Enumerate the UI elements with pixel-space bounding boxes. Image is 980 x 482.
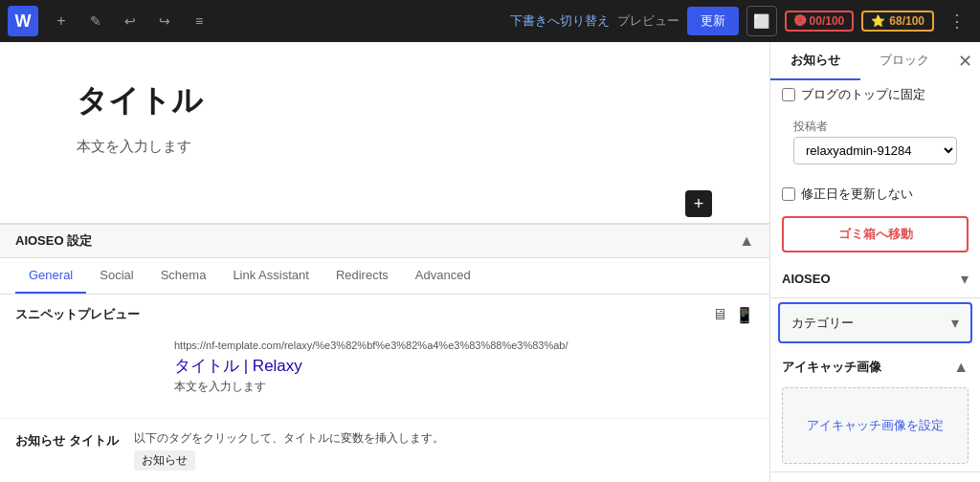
main-layout: タイトル 本文を入力します + AIOSEO 設定 ▲ General Soci… bbox=[0, 42, 980, 482]
trash-button[interactable]: ゴミ箱へ移動 bbox=[782, 216, 969, 252]
undo-button[interactable]: ↩ bbox=[115, 6, 145, 36]
featured-image-toggle[interactable]: ▲ bbox=[953, 359, 969, 376]
tab-advanced[interactable]: Advanced bbox=[402, 258, 484, 294]
tab-general[interactable]: General bbox=[15, 258, 86, 294]
title-tag-chip[interactable]: お知らせ bbox=[134, 450, 195, 471]
category-accordion-row[interactable]: カテゴリー ▾ bbox=[778, 302, 972, 343]
pin-to-top-row: ブログのトップに固定 bbox=[770, 80, 980, 109]
editor-wrapper: タイトル 本文を入力します + AIOSEO 設定 ▲ General Soci… bbox=[0, 42, 769, 482]
tab-redirects[interactable]: Redirects bbox=[323, 258, 402, 294]
snippet-description: 本文を入力します bbox=[174, 379, 739, 395]
readability-score-value: 68/100 bbox=[889, 14, 924, 28]
device-icons: 🖥 📱 bbox=[159, 306, 754, 324]
excerpt-accordion-row[interactable]: 抜粋 ▾ bbox=[770, 472, 980, 482]
no-update-label: 修正日を更新しない bbox=[801, 186, 913, 203]
snippet-preview-label: スニペットプレビュー bbox=[15, 306, 140, 323]
post-title-instruction: 以下のタグをクリックして、タイトルに変数を挿入します。 bbox=[134, 430, 754, 447]
featured-image-header: アイキャッチ画像 ▲ bbox=[782, 355, 969, 380]
options-menu-button[interactable]: ⋮ bbox=[942, 6, 972, 36]
post-title-label: お知らせ タイトル bbox=[15, 430, 119, 449]
category-label: カテゴリー bbox=[791, 315, 854, 332]
layout-toggle-button[interactable]: ⬜ bbox=[746, 6, 777, 36]
seo-score-badge[interactable]: 🅡 00/100 bbox=[785, 11, 855, 32]
featured-image-section: アイキャッチ画像 ▲ アイキャッチ画像を設定 bbox=[770, 347, 980, 472]
tab-link-assistant[interactable]: Link Assistant bbox=[219, 258, 323, 294]
sidebar-right: お知らせ ブロック ✕ ブログのトップに固定 投稿者 relaxyadmin-9… bbox=[769, 42, 980, 482]
sidebar-aioseo-row[interactable]: AIOSEO ▾ bbox=[770, 260, 980, 298]
tab-social[interactable]: Social bbox=[86, 258, 146, 294]
inline-add-block-button[interactable]: + bbox=[685, 190, 712, 217]
draft-switch[interactable]: 下書きへ切り替え bbox=[510, 12, 610, 30]
top-toolbar: W + ✎ ↩ ↪ ≡ 下書きへ切り替え プレビュー 更新 ⬜ 🅡 00/100… bbox=[0, 0, 980, 42]
post-title-row: お知らせ タイトル 以下のタグをクリックして、タイトルに変数を挿入します。 お知… bbox=[0, 418, 769, 482]
aioseo-settings-panel: AIOSEO 設定 ▲ General Social Schema Link A… bbox=[0, 223, 769, 482]
pin-to-top-checkbox[interactable] bbox=[782, 88, 795, 101]
aioseo-collapse-button[interactable]: ▲ bbox=[739, 232, 754, 250]
readability-score-badge[interactable]: ⭐ 68/100 bbox=[861, 11, 934, 32]
mobile-icon[interactable]: 📱 bbox=[735, 306, 754, 324]
post-title[interactable]: タイトル bbox=[77, 80, 693, 122]
featured-image-label: アイキャッチ画像 bbox=[782, 359, 881, 376]
aioseo-header: AIOSEO 設定 ▲ bbox=[0, 223, 769, 258]
sidebar-close-button[interactable]: ✕ bbox=[949, 46, 980, 77]
set-featured-image-button[interactable]: アイキャッチ画像を設定 bbox=[782, 387, 969, 464]
author-section: 投稿者 relaxyadmin-91284 bbox=[770, 109, 980, 180]
sidebar-tab-block[interactable]: ブロック bbox=[860, 42, 950, 80]
desktop-icon[interactable]: 🖥 bbox=[712, 306, 727, 324]
category-toggle-button[interactable]: ▾ bbox=[951, 314, 959, 332]
author-select[interactable]: relaxyadmin-91284 bbox=[793, 137, 957, 164]
no-update-row: 修正日を更新しない bbox=[770, 180, 980, 208]
snippet-preview-section: スニペットプレビュー 🖥 📱 https://nf-template.com/r… bbox=[0, 295, 769, 418]
sidebar-tab-post[interactable]: お知らせ bbox=[770, 42, 860, 80]
seo-score-value: 00/100 bbox=[810, 14, 845, 28]
aioseo-accordion-toggle[interactable]: ▾ bbox=[961, 270, 969, 288]
no-update-checkbox[interactable] bbox=[782, 187, 795, 201]
edit-icon-button[interactable]: ✎ bbox=[80, 6, 111, 36]
snippet-url: https://nf-template.com/relaxy/%e3%82%bf… bbox=[174, 340, 739, 351]
sidebar-tabs-row: お知らせ ブロック ✕ bbox=[770, 42, 980, 80]
sidebar-aioseo-label: AIOSEO bbox=[782, 272, 831, 286]
tab-schema[interactable]: Schema bbox=[147, 258, 220, 294]
redo-button[interactable]: ↪ bbox=[149, 6, 180, 36]
update-button[interactable]: 更新 bbox=[687, 7, 739, 35]
wp-logo[interactable]: W bbox=[8, 6, 38, 36]
pin-to-top-label: ブログのトップに固定 bbox=[801, 86, 925, 103]
list-view-button[interactable]: ≡ bbox=[184, 6, 214, 36]
editor-scroll-area: タイトル 本文を入力します + bbox=[0, 42, 769, 223]
aioseo-tabs: General Social Schema Link Assistant Red… bbox=[0, 258, 769, 295]
add-block-button[interactable]: + bbox=[46, 6, 77, 36]
author-label: 投稿者 bbox=[782, 113, 969, 137]
snippet-title-link[interactable]: タイトル | Relaxy bbox=[174, 357, 302, 375]
seo-badge-icon: 🅡 bbox=[794, 14, 806, 28]
preview-button[interactable]: プレビュー bbox=[617, 12, 679, 30]
snippet-box: https://nf-template.com/relaxy/%e3%82%bf… bbox=[159, 328, 754, 406]
post-body[interactable]: 本文を入力します bbox=[77, 138, 693, 156]
readability-badge-icon: ⭐ bbox=[871, 14, 885, 28]
aioseo-section-title: AIOSEO 設定 bbox=[15, 232, 92, 250]
